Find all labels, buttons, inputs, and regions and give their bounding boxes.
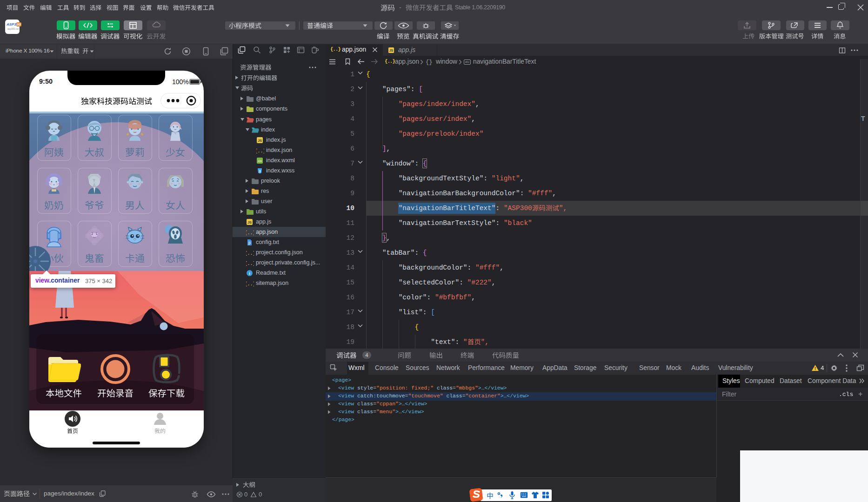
svg-text:3: 3 (259, 169, 261, 172)
svg-text:JS: JS (258, 139, 262, 143)
svg-text:{..}: {..} (246, 281, 254, 286)
svg-text:JS: JS (247, 220, 252, 225)
svg-text:{..}: {..} (256, 148, 264, 153)
svg-text:{..}: {..} (246, 261, 254, 266)
svg-text:{..}: {..} (246, 251, 254, 256)
svg-text:{..}: {..} (246, 230, 254, 235)
svg-text:<>: <> (258, 159, 261, 162)
svg-text:JS: JS (389, 49, 394, 52)
